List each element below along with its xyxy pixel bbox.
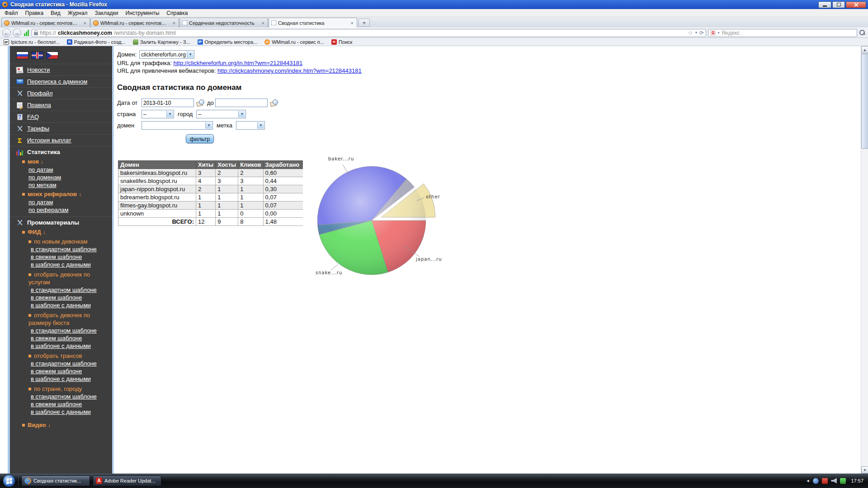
scroll-up-arrow[interactable]: ▲ bbox=[861, 46, 868, 53]
template-link-standard[interactable]: в стандартном шаблоне bbox=[31, 393, 97, 400]
template-link-data[interactable]: в шаблоне с данными bbox=[31, 408, 91, 415]
sidebar-link[interactable]: Правила bbox=[27, 102, 51, 108]
menu-view[interactable]: Вид bbox=[47, 9, 64, 17]
country-select[interactable]: – ▼ bbox=[142, 110, 174, 118]
hidden-icons-chevron[interactable]: ◄ bbox=[806, 479, 810, 483]
maximize-button[interactable] bbox=[832, 1, 845, 8]
bookmark-star-icon[interactable]: ☆ bbox=[688, 29, 693, 36]
sidebar-item-payout-history[interactable]: Σ История выплат bbox=[10, 134, 112, 146]
tab-close-icon[interactable]: × bbox=[261, 20, 265, 26]
forward-button[interactable]: → bbox=[13, 28, 21, 37]
bookmark-ipicture[interactable]: IPIpicture.ru - бесплат... bbox=[4, 39, 60, 45]
search-bar[interactable]: Я ▼ Яндекс bbox=[708, 29, 857, 37]
webmaster-url-link[interactable]: http://clickcashmoney.com/index.htm?wm=2… bbox=[217, 67, 362, 74]
sidebar-link[interactable]: Новости bbox=[27, 66, 50, 73]
filter-button[interactable]: фильтр bbox=[186, 134, 214, 143]
template-link-data[interactable]: в шаблоне с данными bbox=[31, 302, 91, 309]
template-link-fresh[interactable]: в свежем шаблоне bbox=[31, 294, 82, 301]
extension-traffic-icon[interactable] bbox=[23, 30, 30, 36]
domain-filter-select[interactable]: ▼ bbox=[142, 121, 213, 130]
bookmark-wmmail[interactable]: @WMmail.ru - сервис п... bbox=[264, 39, 324, 45]
sidebar-link[interactable]: История выплат bbox=[27, 137, 71, 144]
vertical-scrollbar[interactable]: ▲ ▼ bbox=[861, 46, 868, 474]
promo-group-fid[interactable]: ФИД↓ bbox=[10, 228, 112, 236]
calendar-icon[interactable] bbox=[197, 99, 204, 107]
promo-group-header[interactable]: по новым девочкам bbox=[10, 238, 112, 245]
tab-heart-article[interactable]: Сердечная недостаточность × bbox=[179, 18, 268, 28]
task-adobe-updater[interactable]: A Adobe Reader Updat... bbox=[93, 475, 161, 486]
scroll-down-arrow[interactable]: ▼ bbox=[861, 466, 868, 474]
city-select[interactable]: – ▼ bbox=[196, 110, 246, 118]
search-engine-dropdown-icon[interactable]: ▼ bbox=[717, 31, 720, 34]
tab-close-icon[interactable]: × bbox=[83, 20, 87, 26]
menu-help[interactable]: Справка bbox=[163, 9, 191, 17]
promo-group-video[interactable]: Видео↓ bbox=[10, 421, 112, 429]
bookmark-upload-image[interactable]: Залить Картинку - З... bbox=[133, 39, 190, 45]
czech-flag[interactable] bbox=[46, 52, 58, 59]
sidebar-link[interactable]: FAQ bbox=[27, 113, 39, 120]
tray-network-icon[interactable] bbox=[840, 478, 846, 484]
tray-security-icon[interactable] bbox=[822, 478, 828, 484]
sidebar-item-news[interactable]: Новости bbox=[10, 64, 112, 75]
template-link-data[interactable]: в шаблоне с данными bbox=[31, 375, 91, 382]
tray-volume-icon[interactable] bbox=[831, 478, 837, 484]
sidebar-link[interactable]: Переписка с админом bbox=[27, 78, 87, 85]
scrollbar-thumb[interactable] bbox=[861, 54, 868, 149]
link-by-tags[interactable]: по меткам bbox=[28, 182, 57, 188]
template-link-standard[interactable]: в стандартном шаблоне bbox=[31, 246, 97, 253]
bookmark-search[interactable]: НПоиск bbox=[331, 39, 352, 45]
yandex-icon[interactable]: Я bbox=[710, 30, 716, 36]
date-from-input[interactable] bbox=[142, 99, 194, 107]
promo-group-header[interactable]: отобрать девочек по размеру бюста bbox=[10, 311, 112, 327]
link-by-dates[interactable]: по датам bbox=[28, 199, 53, 206]
sidebar-item-tariffs[interactable]: Тарифы bbox=[10, 122, 112, 134]
tray-update-icon[interactable] bbox=[813, 478, 819, 484]
sidebar-item-admin-mail[interactable]: Переписка с админом bbox=[10, 75, 112, 87]
template-link-fresh[interactable]: в свежем шаблоне bbox=[31, 335, 82, 342]
link-by-referrals[interactable]: по рефералам bbox=[28, 206, 68, 213]
menu-tools[interactable]: Инструменты bbox=[122, 9, 163, 17]
tag-select[interactable]: ▼ bbox=[236, 121, 265, 130]
url-dropdown-icon[interactable]: ▼ bbox=[694, 31, 698, 35]
template-link-fresh[interactable]: в свежем шаблоне bbox=[31, 368, 82, 375]
url-bar[interactable]: https://clickcashmoney.com/wm/stats-by-d… bbox=[32, 29, 706, 37]
sidebar-item-faq[interactable]: ? FAQ bbox=[10, 111, 112, 122]
sidebar-link[interactable]: Профайл bbox=[27, 90, 53, 97]
sidebar-item-rules[interactable]: Правила bbox=[10, 99, 112, 111]
calendar-icon[interactable] bbox=[270, 99, 278, 107]
tab-close-icon[interactable]: × bbox=[350, 20, 354, 26]
sidebar-link[interactable]: Тарифы bbox=[27, 125, 49, 132]
new-tab-button[interactable]: + bbox=[359, 19, 370, 27]
domain-select[interactable]: clickhereforfun.org ▼ bbox=[139, 50, 194, 59]
traffic-url-link[interactable]: http://clickhereforfun.org/in.htm?wm=212… bbox=[173, 60, 302, 66]
template-link-data[interactable]: в шаблоне с данными bbox=[31, 261, 91, 268]
stats-group-referrals[interactable]: моих рефералов↓ bbox=[10, 190, 112, 198]
tab-wmmail-1[interactable]: WMmail.ru - сервис почтовых рассылок... … bbox=[1, 18, 90, 28]
start-button[interactable] bbox=[3, 474, 15, 487]
link-by-dates[interactable]: по датам bbox=[28, 166, 53, 173]
promo-group-header[interactable]: отобрать трансов bbox=[10, 352, 112, 360]
taskbar-clock[interactable]: 17:57 bbox=[849, 478, 865, 483]
sidebar-item-profile[interactable]: Профайл bbox=[10, 87, 112, 99]
russia-flag[interactable] bbox=[16, 52, 28, 59]
promo-group-header[interactable]: по стране, городу bbox=[10, 385, 112, 393]
promo-group-header[interactable]: отобрать девочек по услугам bbox=[10, 271, 112, 286]
bookmark-geolocate[interactable]: IPОпределить местора... bbox=[198, 39, 258, 45]
task-firefox[interactable]: Сводная статистик... bbox=[21, 475, 90, 486]
template-link-fresh[interactable]: в свежем шаблоне bbox=[31, 253, 82, 260]
link-by-domains[interactable]: по доменам bbox=[28, 174, 61, 181]
template-link-standard[interactable]: в стандартном шаблоне bbox=[31, 360, 97, 367]
back-button[interactable]: ← bbox=[2, 28, 11, 37]
date-to-input[interactable] bbox=[215, 99, 268, 107]
minimize-button[interactable] bbox=[818, 1, 831, 8]
menu-file[interactable]: Файл bbox=[1, 9, 22, 17]
tab-wmmail-2[interactable]: WMmail.ru - сервис почтовых рассылок... … bbox=[90, 18, 179, 28]
template-link-standard[interactable]: в стандартном шаблоне bbox=[31, 286, 97, 293]
uk-flag[interactable] bbox=[31, 52, 43, 59]
template-link-fresh[interactable]: в свежем шаблоне bbox=[31, 401, 82, 408]
template-link-standard[interactable]: в стандартном шаблоне bbox=[31, 327, 97, 334]
tab-close-icon[interactable]: × bbox=[172, 20, 176, 26]
menu-bookmarks[interactable]: Закладки bbox=[91, 9, 122, 17]
template-link-data[interactable]: в шаблоне с данными bbox=[31, 343, 91, 349]
menu-history[interactable]: Журнал bbox=[64, 9, 91, 17]
